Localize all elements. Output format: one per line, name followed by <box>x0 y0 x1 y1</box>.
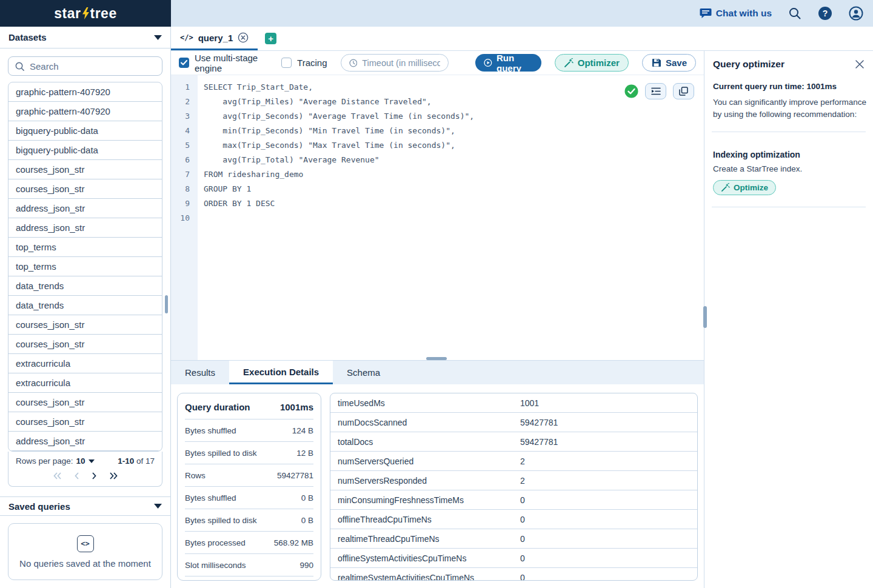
next-page-button[interactable] <box>92 472 97 480</box>
previous-page-button[interactable] <box>74 472 79 480</box>
close-tab-icon[interactable] <box>238 32 249 43</box>
app-window: star tree Chat with us ? Data <box>0 0 873 588</box>
tab-schema[interactable]: Schema <box>333 361 394 384</box>
save-button[interactable]: Save <box>642 54 696 72</box>
chat-with-us-button[interactable]: Chat with us <box>700 8 772 19</box>
search-button[interactable] <box>788 7 801 20</box>
format-icon <box>651 87 661 95</box>
current-run-time: Current query run time: 1001ms <box>713 82 865 91</box>
user-icon <box>849 6 863 21</box>
duration-row: Bytes shuffled 0 B <box>185 487 313 509</box>
line-code: GROUP BY 1 <box>198 182 251 196</box>
dataset-list-item[interactable]: extracurricula <box>8 354 162 373</box>
dataset-name: courses_json_str <box>16 184 84 194</box>
line-code: avg(Trip_Total) "Average Revenue" <box>198 153 380 167</box>
dataset-list-item[interactable]: courses_json_str <box>8 160 162 179</box>
query-optimizer-panel: Query optimizer Current query run time: … <box>704 51 873 588</box>
lightning-bolt-icon <box>82 7 90 19</box>
dataset-name: courses_json_str <box>16 397 84 407</box>
duration-row-label: Bytes shuffled <box>185 493 236 503</box>
stat-value: 2 <box>520 476 525 486</box>
line-code: SELECT Trip_Start_Date, <box>198 80 313 95</box>
run-query-label: Run query <box>497 53 533 73</box>
query-valid-check-icon <box>624 84 638 98</box>
datasets-section-header[interactable]: Datasets <box>0 27 170 48</box>
stat-value: 1001 <box>520 398 539 408</box>
run-query-button[interactable]: Run query <box>475 54 541 72</box>
optimize-button[interactable]: Optimize <box>713 180 776 195</box>
copy-query-button[interactable] <box>673 83 694 99</box>
dataset-list-item[interactable]: address_json_str <box>8 432 162 451</box>
dataset-name: courses_json_str <box>16 339 84 349</box>
topbar-actions: Chat with us ? <box>171 0 873 27</box>
dataset-list-item[interactable]: top_terms <box>8 257 162 276</box>
duration-row: Bytes processed 568.92 MB <box>185 532 313 554</box>
dataset-list-item[interactable]: address_json_str <box>8 199 162 218</box>
rows-per-page-select[interactable]: Rows per page: 10 <box>16 456 95 466</box>
dataset-list-item[interactable]: bigquery-public-data <box>8 141 162 160</box>
dataset-list-item[interactable]: courses_json_str <box>8 179 162 199</box>
dataset-list-item[interactable]: data_trends <box>8 276 162 296</box>
account-button[interactable] <box>849 6 863 21</box>
dataset-list-item[interactable]: bigquery-public-data <box>8 121 162 141</box>
line-code: max(Trip_Seconds) "Max Travel Time (in s… <box>198 138 455 153</box>
dataset-list-item[interactable]: data_trends <box>8 296 162 315</box>
multi-stage-engine-checkbox[interactable]: Use multi-stage engine <box>179 53 268 73</box>
dataset-name: bigquery-public-data <box>16 145 98 155</box>
tracing-checkbox[interactable]: Tracing <box>281 58 327 68</box>
dataset-list-item[interactable]: address_json_str <box>8 218 162 238</box>
search-input[interactable] <box>30 61 156 72</box>
stat-value: 0 <box>520 553 525 563</box>
format-query-button[interactable] <box>645 83 666 99</box>
saved-queries-section-header[interactable]: Saved queries <box>0 496 170 516</box>
line-code: min(Trip_Seconds) "Min Travel Time (in s… <box>198 124 455 138</box>
dataset-list-item[interactable]: courses_json_str <box>8 335 162 354</box>
sidebar-scrollbar-thumb[interactable] <box>165 295 168 313</box>
dataset-name: graphic-pattern-407920 <box>16 106 110 116</box>
code-line: 5 max(Trip_Seconds) "Max Travel Time (in… <box>171 138 704 153</box>
line-number: 1 <box>171 80 198 95</box>
stat-key: realtimeThreadCpuTimeNs <box>330 534 520 544</box>
tab-query-1[interactable]: </> query_1 <box>171 27 258 50</box>
stat-row: realtimeSystemActivitiesCpuTimeNs 0 <box>330 568 697 581</box>
query-duration-value: 1001ms <box>280 402 313 412</box>
tab-results[interactable]: Results <box>171 361 229 384</box>
dataset-list-item[interactable]: top_terms <box>8 238 162 257</box>
dataset-list-item[interactable]: courses_json_str <box>8 393 162 412</box>
dataset-list-item[interactable]: graphic-pattern-407920 <box>8 102 162 121</box>
duration-row-value: 568.92 MB <box>274 538 313 547</box>
last-page-button[interactable] <box>109 472 118 480</box>
query-optimizer-title: Query optimizer <box>713 59 784 70</box>
dataset-name: bigquery-public-data <box>16 125 98 136</box>
dataset-list-item[interactable]: courses_json_str <box>8 315 162 335</box>
timeout-input-wrapper <box>341 54 449 72</box>
add-tab-button[interactable]: + <box>265 33 276 44</box>
datasets-title: Datasets <box>8 32 47 42</box>
dataset-name: address_json_str <box>16 203 85 213</box>
optimizer-button[interactable]: Optimizer <box>555 54 629 72</box>
startree-logo: star tree <box>54 5 116 22</box>
dataset-list-item[interactable]: courses_json_str <box>8 412 162 432</box>
code-line: 10 <box>171 211 704 226</box>
duration-rows: Bytes shuffled 124 B Bytes spilled to di… <box>185 419 313 576</box>
tab-results-label: Results <box>185 367 215 378</box>
logo-text-star: star <box>54 5 81 22</box>
panel-resize-handle[interactable] <box>703 306 707 328</box>
timeout-input[interactable] <box>362 58 440 68</box>
stat-key: numServersResponded <box>330 476 520 486</box>
dataset-list-item[interactable]: graphic-pattern-407920 <box>8 82 162 102</box>
stat-key: realtimeSystemActivitiesCpuTimeNs <box>330 573 520 581</box>
first-page-button[interactable] <box>53 472 62 480</box>
help-button[interactable]: ? <box>818 6 832 21</box>
tab-execution-details[interactable]: Execution Details <box>229 361 333 384</box>
editor-resize-handle[interactable] <box>426 357 447 360</box>
line-code: FROM ridesharing_demo <box>198 167 303 182</box>
close-icon[interactable] <box>855 59 865 69</box>
line-code <box>198 211 204 226</box>
dataset-list-item[interactable]: extracurricula <box>8 373 162 393</box>
dataset-name: graphic-pattern-407920 <box>16 87 110 97</box>
code-line: 7 FROM ridesharing_demo <box>171 167 704 182</box>
stat-value: 0 <box>520 573 525 581</box>
sql-editor[interactable]: 1 SELECT Trip_Start_Date, 2 avg(Trip_Mil… <box>171 75 704 360</box>
duration-row-value: 990 <box>299 561 313 570</box>
